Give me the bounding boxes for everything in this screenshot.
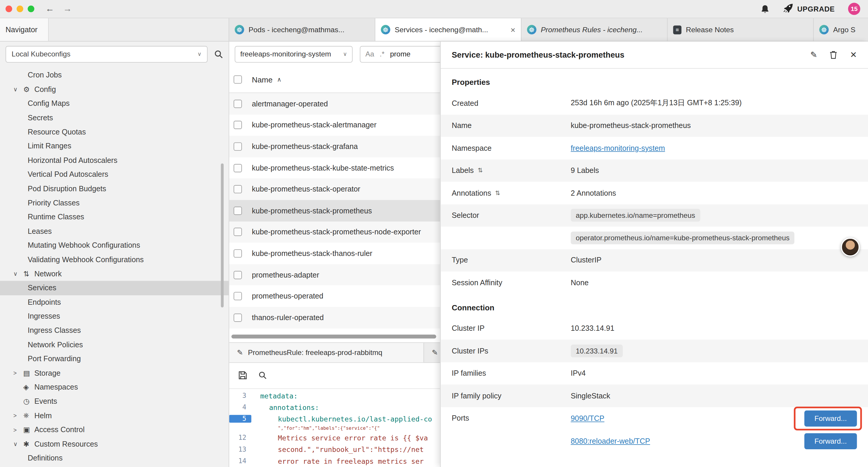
sidebar-item-label: Events bbox=[34, 397, 57, 406]
save-icon[interactable] bbox=[238, 371, 248, 380]
app-tab[interactable]: Pods - icecheng@mathmas... bbox=[229, 18, 375, 41]
expander-icon[interactable]: ⇅ bbox=[495, 189, 500, 197]
sidebar-item[interactable]: Network bbox=[0, 267, 229, 281]
sidebar-item-label: Ingresses bbox=[28, 312, 60, 320]
row-checkbox[interactable] bbox=[234, 164, 242, 172]
service-name: kube-prometheus-stack-alertmanager bbox=[252, 121, 377, 129]
app-tab[interactable]: Argo S bbox=[814, 18, 868, 41]
namespace-select[interactable]: freeleaps-monitoring-system ∨ bbox=[235, 46, 352, 62]
sidebar-item[interactable]: Limit Ranges bbox=[0, 139, 229, 153]
close-window-button[interactable] bbox=[6, 6, 12, 12]
sidebar-item[interactable]: Mutating Webhook Configurations bbox=[0, 238, 229, 253]
sidebar-item[interactable]: Ingresses bbox=[0, 309, 229, 323]
row-checkbox[interactable] bbox=[234, 271, 242, 279]
sidebar-item[interactable]: Storage bbox=[0, 366, 229, 380]
kubeconfig-select[interactable]: Local Kubeconfigs ∨ bbox=[6, 46, 208, 62]
sidebar-item[interactable]: Pod Disruption Budgets bbox=[0, 181, 229, 196]
forward-arrow-icon[interactable]: → bbox=[63, 4, 72, 14]
sidebar-item-label: Ingress Classes bbox=[28, 326, 81, 334]
forward-button[interactable]: Forward... bbox=[804, 410, 857, 426]
row-checkbox[interactable] bbox=[234, 185, 242, 193]
sidebar-item[interactable]: Port Forwarding bbox=[0, 352, 229, 366]
sidebar-item-label: Horizontal Pod Autoscalers bbox=[28, 156, 118, 164]
sidebar-item[interactable]: Resource Quotas bbox=[0, 125, 229, 139]
ip-families-value: IPv4 bbox=[571, 369, 857, 377]
forward-button[interactable]: Forward... bbox=[804, 433, 857, 449]
row-checkbox[interactable] bbox=[234, 121, 242, 129]
user-avatar[interactable] bbox=[841, 238, 860, 257]
sidebar-item[interactable]: Ingress Classes bbox=[0, 323, 229, 338]
notification-count-badge[interactable]: 15 bbox=[848, 3, 860, 15]
horizontal-scrollbar[interactable] bbox=[231, 334, 436, 338]
line-number: 14 bbox=[229, 457, 251, 465]
sidebar-item[interactable]: Endpoints bbox=[0, 295, 229, 309]
sort-ascending-icon[interactable]: ∧ bbox=[277, 76, 282, 83]
tab-close-icon[interactable]: × bbox=[510, 25, 515, 34]
service-details-drawer: Service: kube-prometheus-stack-prometheu… bbox=[440, 42, 868, 467]
app-tab[interactable]: Release Notes bbox=[668, 18, 814, 41]
sidebar-item-label: Network bbox=[34, 269, 62, 278]
namespace-link[interactable]: freeleaps-monitoring-system bbox=[571, 144, 665, 152]
sidebar-item[interactable]: Cron Jobs bbox=[0, 68, 229, 83]
row-checkbox[interactable] bbox=[234, 143, 242, 151]
sidebar-item-icon bbox=[23, 369, 34, 377]
sidebar-item[interactable]: Config Maps bbox=[0, 96, 229, 111]
edit-icon[interactable]: ✎ bbox=[810, 50, 817, 60]
line-number: 12 bbox=[229, 434, 251, 442]
type-label: Type bbox=[452, 256, 571, 264]
created-label: Created bbox=[452, 99, 571, 107]
tab-label: Argo S bbox=[833, 25, 868, 34]
close-icon[interactable]: ✕ bbox=[850, 50, 857, 60]
maximize-window-button[interactable] bbox=[28, 6, 34, 12]
select-all-checkbox[interactable] bbox=[234, 76, 242, 84]
sidebar-item[interactable]: Events bbox=[0, 394, 229, 408]
sidebar-item[interactable]: Secrets bbox=[0, 111, 229, 125]
app-tab[interactable]: Prometheus Rules - icecheng... bbox=[522, 18, 668, 41]
port-line: 9090/TCP Forward... bbox=[571, 407, 857, 430]
port-link-9090[interactable]: 9090/TCP bbox=[571, 414, 604, 422]
navigator-tab[interactable]: Navigator bbox=[0, 18, 49, 41]
trash-icon[interactable] bbox=[830, 51, 838, 59]
line-number: 13 bbox=[229, 445, 251, 453]
sidebar-item[interactable]: Vertical Pod Autoscalers bbox=[0, 167, 229, 181]
sidebar-item[interactable]: Services bbox=[0, 281, 229, 295]
sidebar-item[interactable]: Validating Webhook Configurations bbox=[0, 253, 229, 267]
sidebar-item[interactable]: Namespaces bbox=[0, 380, 229, 394]
sidebar-item[interactable]: Horizontal Pod Autoscalers bbox=[0, 153, 229, 167]
search-icon[interactable] bbox=[258, 371, 267, 380]
sidebar-item[interactable]: Network Policies bbox=[0, 338, 229, 352]
search-query-text: prome bbox=[390, 50, 410, 58]
upgrade-button[interactable]: UPGRADE bbox=[783, 3, 835, 14]
rocket-icon bbox=[783, 3, 794, 14]
back-arrow-icon[interactable]: ← bbox=[45, 4, 54, 14]
sidebar-item[interactable]: Priority Classes bbox=[0, 196, 229, 210]
bell-icon[interactable] bbox=[761, 4, 770, 13]
row-checkbox[interactable] bbox=[234, 249, 242, 258]
expander-icon[interactable]: ⇅ bbox=[478, 167, 483, 174]
match-case-toggle[interactable]: Aa bbox=[366, 50, 374, 58]
service-name: kube-prometheus-stack-thanos-ruler bbox=[252, 249, 373, 258]
row-checkbox[interactable] bbox=[234, 313, 242, 322]
sidebar-item[interactable]: Definitions bbox=[0, 451, 229, 465]
app-tab[interactable]: Services - icecheng@math... × bbox=[375, 18, 522, 41]
row-checkbox[interactable] bbox=[234, 99, 242, 108]
sidebar-scrollbar[interactable] bbox=[221, 164, 224, 308]
sidebar-item[interactable]: Access Control bbox=[0, 423, 229, 437]
sidebar-item[interactable]: Runtime Classes bbox=[0, 210, 229, 224]
port-link-8080[interactable]: 8080:reloader-web/TCP bbox=[571, 437, 650, 445]
regex-toggle[interactable]: .* bbox=[380, 50, 384, 58]
row-checkbox[interactable] bbox=[234, 292, 242, 300]
sidebar-item[interactable]: Helm bbox=[0, 408, 229, 423]
name-column-header[interactable]: Name bbox=[252, 75, 273, 84]
sidebar-item-label: Config bbox=[34, 85, 56, 93]
sidebar-item[interactable]: Config bbox=[0, 83, 229, 97]
search-icon[interactable] bbox=[214, 50, 223, 59]
row-checkbox[interactable] bbox=[234, 228, 242, 236]
sidebar-item[interactable]: Custom Resources bbox=[0, 437, 229, 451]
sidebar-item-label: Helm bbox=[34, 411, 52, 420]
chevron-down-icon: ∨ bbox=[197, 51, 202, 57]
minimize-window-button[interactable] bbox=[17, 6, 23, 12]
row-checkbox[interactable] bbox=[234, 207, 242, 215]
editor-tab[interactable]: ✎ PrometheusRule: freeleaps-prod-rabbitm… bbox=[229, 343, 424, 362]
sidebar-item[interactable]: Leases bbox=[0, 224, 229, 238]
